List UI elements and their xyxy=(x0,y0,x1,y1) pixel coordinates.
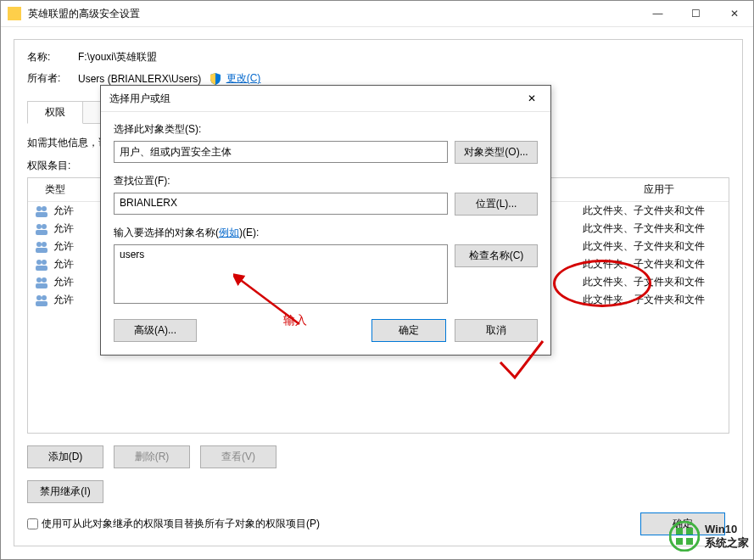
svg-rect-2 xyxy=(36,212,47,217)
replace-label: 使用可从此对象继承的权限项目替换所有子对象的权限项目(P) xyxy=(42,517,320,531)
watermark-logo-icon xyxy=(669,521,700,552)
watermark-text: Win10 系统之家 xyxy=(705,523,749,549)
object-type-label: 选择此对象类型(S): xyxy=(114,122,538,137)
remove-button: 删除(R) xyxy=(114,445,190,468)
svg-rect-14 xyxy=(36,283,47,288)
users-icon xyxy=(35,222,48,236)
replace-row: 使用可从此对象继承的权限项目替换所有子对象的权限项目(P) xyxy=(27,517,729,531)
svg-point-16 xyxy=(42,295,47,300)
close-button[interactable]: ✕ xyxy=(715,1,753,26)
svg-rect-5 xyxy=(36,230,47,235)
users-icon xyxy=(35,204,48,218)
locations-button[interactable]: 位置(L)... xyxy=(455,193,538,216)
svg-rect-8 xyxy=(36,248,47,253)
users-icon xyxy=(35,294,48,307)
titlebar: 英雄联盟的高级安全设置 — ☐ ✕ xyxy=(1,1,753,27)
location-label: 查找位置(F): xyxy=(114,174,538,188)
svg-point-4 xyxy=(42,224,47,229)
svg-point-15 xyxy=(36,295,42,300)
svg-point-12 xyxy=(36,277,42,283)
dialog-close-button[interactable]: ✕ xyxy=(512,86,550,111)
dialog-body: 选择此对象类型(S): 用户、组或内置安全主体 对象类型(O)... 查找位置(… xyxy=(101,112,550,355)
svg-rect-23 xyxy=(686,538,693,545)
change-owner-link[interactable]: 更改(C) xyxy=(226,72,261,84)
object-names-input[interactable] xyxy=(114,244,448,304)
add-button[interactable]: 添加(D) xyxy=(27,445,103,468)
watermark: Win10 系统之家 xyxy=(669,521,749,552)
svg-point-3 xyxy=(36,224,42,229)
minimize-button[interactable]: — xyxy=(639,1,677,26)
dialog-cancel-button[interactable]: 取消 xyxy=(455,319,538,342)
svg-point-7 xyxy=(42,242,47,247)
object-type-field: 用户、组或内置安全主体 xyxy=(114,141,448,163)
name-row: 名称: F:\youxi\英雄联盟 xyxy=(27,50,729,64)
svg-point-19 xyxy=(670,522,699,551)
svg-point-1 xyxy=(42,206,47,211)
entry-buttons: 添加(D) 删除(R) 查看(V) xyxy=(27,445,729,468)
dialog-ok-button[interactable]: 确定 xyxy=(371,319,446,342)
owner-row: 所有者: Users (BRIANLERX\Users) 更改(C) xyxy=(27,71,729,86)
shield-icon xyxy=(209,73,221,85)
window-buttons: — ☐ ✕ xyxy=(639,1,753,26)
location-field: BRIANLERX xyxy=(114,193,448,215)
name-label: 名称: xyxy=(27,50,78,64)
select-user-dialog: 选择用户或组 ✕ 选择此对象类型(S): 用户、组或内置安全主体 对象类型(O)… xyxy=(100,85,551,356)
check-names-button[interactable]: 检查名称(C) xyxy=(455,244,538,267)
owner-value: Users (BRIANLERX\Users) xyxy=(78,73,201,85)
svg-rect-21 xyxy=(686,528,693,535)
users-icon xyxy=(35,240,48,254)
svg-rect-20 xyxy=(676,528,683,535)
dialog-footer: 高级(A)... 确定 取消 xyxy=(114,319,538,342)
advanced-button[interactable]: 高级(A)... xyxy=(114,319,197,342)
names-label: 输入要选择的对象名称(例如)(E): xyxy=(114,226,538,240)
replace-checkbox[interactable] xyxy=(27,518,38,529)
disable-inherit-button[interactable]: 禁用继承(I) xyxy=(27,480,103,503)
dialog-titlebar: 选择用户或组 ✕ xyxy=(101,86,550,112)
tab-permissions[interactable]: 权限 xyxy=(27,101,83,124)
owner-label: 所有者: xyxy=(27,71,78,86)
object-types-button[interactable]: 对象类型(O)... xyxy=(455,141,538,164)
inherit-buttons: 禁用继承(I) xyxy=(27,480,729,503)
svg-point-13 xyxy=(42,277,47,283)
owner-change: 更改(C) xyxy=(209,71,260,86)
dialog-title: 选择用户或组 xyxy=(109,92,512,106)
users-icon xyxy=(35,276,48,289)
example-link[interactable]: 例如 xyxy=(219,227,239,238)
svg-rect-22 xyxy=(676,538,683,545)
svg-rect-17 xyxy=(36,301,47,306)
svg-point-0 xyxy=(36,206,42,211)
window-title: 英雄联盟的高级安全设置 xyxy=(28,7,639,21)
svg-point-10 xyxy=(42,260,47,265)
name-value: F:\youxi\英雄联盟 xyxy=(78,50,157,64)
svg-point-9 xyxy=(36,260,42,265)
svg-point-6 xyxy=(36,242,42,247)
maximize-button[interactable]: ☐ xyxy=(677,1,715,26)
col-applies[interactable]: 应用于 xyxy=(627,178,729,201)
svg-rect-11 xyxy=(36,266,47,271)
view-button: 查看(V) xyxy=(200,445,276,468)
users-icon xyxy=(35,258,48,272)
folder-icon xyxy=(8,7,21,20)
